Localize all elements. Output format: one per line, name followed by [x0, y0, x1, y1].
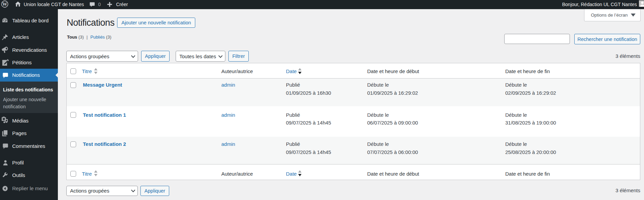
svg-text:W: W [2, 1, 7, 7]
